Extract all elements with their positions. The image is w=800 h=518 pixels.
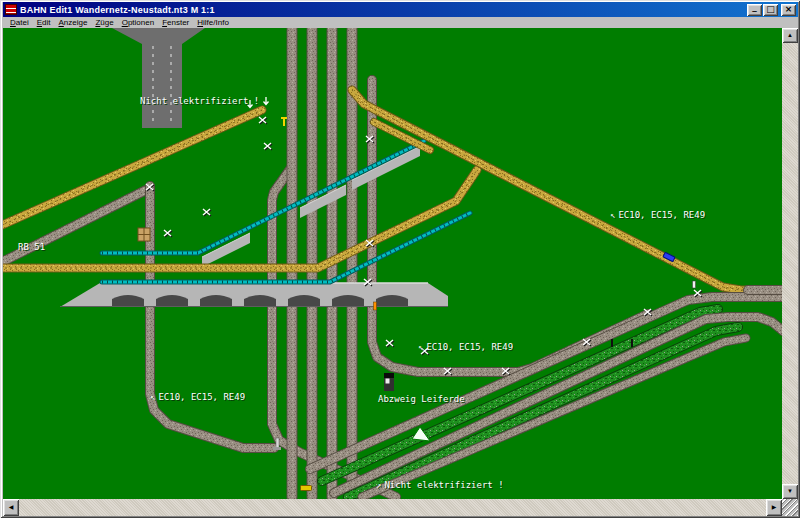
scroll-up-icon: ▲: [787, 32, 793, 38]
signal-black[interactable]: [611, 339, 613, 347]
menu-fenster[interactable]: Fenster: [158, 18, 193, 27]
scroll-down-button[interactable]: ▼: [782, 484, 798, 499]
vertical-scrollbar[interactable]: ▲ ▼: [782, 28, 798, 499]
title-bar[interactable]: BAHN Edit1 Wandernetz-Neustadt.nt3 M 1:1…: [3, 2, 798, 17]
scroll-left-button[interactable]: ◀: [3, 499, 19, 516]
minimize-icon: _: [747, 2, 762, 12]
window-title: BAHN Edit1 Wandernetz-Neustadt.nt3 M 1:1: [20, 5, 215, 15]
horizontal-scrollbar[interactable]: ◀ ▶: [3, 499, 782, 516]
menu-optionen[interactable]: Optionen: [118, 18, 158, 27]
menu-edit[interactable]: Edit: [33, 18, 55, 27]
maximize-button[interactable]: □: [763, 4, 778, 16]
signal-box-icon[interactable]: [384, 373, 394, 391]
map-canvas[interactable]: Nicht elektrifiziert !RB 51↖EC10, EC15, …: [3, 28, 782, 499]
lineside-hut-icon[interactable]: [138, 228, 150, 241]
resize-grip[interactable]: [782, 499, 798, 516]
menu-hilfe-info[interactable]: Hilfe/Info: [193, 18, 233, 27]
menu-anzeige[interactable]: Anzeige: [54, 18, 91, 27]
signal-black[interactable]: [631, 339, 633, 347]
vertical-scrollbar-track[interactable]: [782, 43, 798, 484]
scroll-up-button[interactable]: ▲: [782, 28, 798, 43]
minimize-button[interactable]: _: [747, 4, 762, 16]
scroll-down-icon: ▼: [787, 488, 793, 494]
horizontal-scrollbar-track[interactable]: [19, 499, 766, 516]
close-button[interactable]: ×: [781, 4, 796, 16]
scroll-left-icon: ◀: [9, 504, 14, 510]
menu-bar: DateiEditAnzeigeZügeOptionenFensterHilfe…: [3, 17, 798, 28]
scroll-right-button[interactable]: ▶: [766, 499, 782, 516]
window-controls: _ □ ×: [746, 4, 796, 16]
signal-orange[interactable]: [374, 302, 377, 310]
train-marker[interactable]: [301, 486, 312, 491]
menu-z-ge[interactable]: Züge: [91, 18, 117, 27]
scroll-right-icon: ▶: [772, 504, 777, 510]
app-logo-icon: [5, 4, 17, 15]
maximize-icon: □: [763, 4, 778, 14]
menu-datei[interactable]: Datei: [6, 18, 33, 27]
close-icon: ×: [781, 4, 796, 14]
signal-white[interactable]: [693, 281, 696, 288]
map-svg[interactable]: [3, 28, 782, 499]
app-window: BAHN Edit1 Wandernetz-Neustadt.nt3 M 1:1…: [0, 0, 800, 518]
